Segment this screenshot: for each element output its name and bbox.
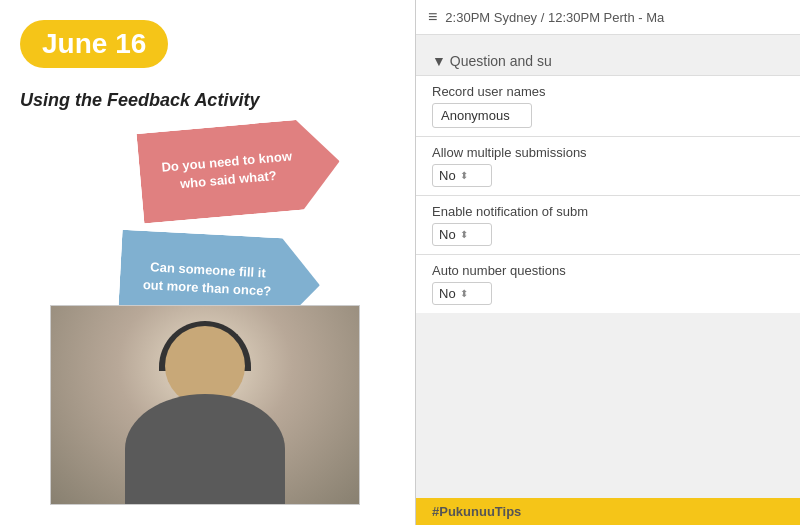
chevron-down-icon: ⬍ (460, 229, 468, 240)
form-row-record-user-names: Record user names Anonymous (416, 75, 800, 136)
video-preview (50, 305, 360, 505)
date-badge: June 16 (20, 20, 168, 68)
select-allow-multiple-value: No (439, 168, 456, 183)
right-panel: ≡ 2:30PM Sydney / 12:30PM Perth - Ma ▼ Q… (415, 0, 800, 525)
form-row-allow-multiple: Allow multiple submissions No ⬍ (416, 136, 800, 195)
chevron-down-icon: ⬍ (460, 170, 468, 181)
label-record-user-names: Record user names (432, 84, 784, 99)
left-panel: June 16 Using the Feedback Activity Do y… (0, 0, 415, 525)
select-auto-number-value: No (439, 286, 456, 301)
arrow-who-said-what: Do you need to knowwho said what? (136, 116, 343, 223)
section-collapse-arrow[interactable]: ▼ (432, 53, 446, 69)
form-row-auto-number: Auto number questions No ⬍ (416, 254, 800, 313)
select-enable-notification[interactable]: No ⬍ (432, 223, 492, 246)
arrow1-text: Do you need to knowwho said what? (161, 145, 319, 195)
chevron-down-icon: ⬍ (460, 288, 468, 299)
video-person (51, 306, 359, 504)
label-enable-notification: Enable notification of subm (432, 204, 784, 219)
label-auto-number: Auto number questions (432, 263, 784, 278)
header-title: 2:30PM Sydney / 12:30PM Perth - Ma (445, 10, 664, 25)
hashtag-bar: #PukunuuTips (416, 498, 800, 525)
arrow2-text: Can someone fill itout more than once? (142, 258, 297, 302)
person-body (125, 394, 285, 504)
section-header[interactable]: ▼ Question and su (416, 47, 800, 75)
form-row-enable-notification: Enable notification of subm No ⬍ (416, 195, 800, 254)
section-title-text: Question and su (450, 53, 552, 69)
activity-subtitle: Using the Feedback Activity (20, 90, 259, 111)
select-enable-notification-value: No (439, 227, 456, 242)
select-allow-multiple[interactable]: No ⬍ (432, 164, 492, 187)
value-record-user-names: Anonymous (432, 103, 532, 128)
select-auto-number[interactable]: No ⬍ (432, 282, 492, 305)
top-header: ≡ 2:30PM Sydney / 12:30PM Perth - Ma (416, 0, 800, 35)
hamburger-icon[interactable]: ≡ (428, 8, 437, 26)
label-allow-multiple: Allow multiple submissions (432, 145, 784, 160)
form-content: ▼ Question and su Record user names Anon… (416, 35, 800, 325)
